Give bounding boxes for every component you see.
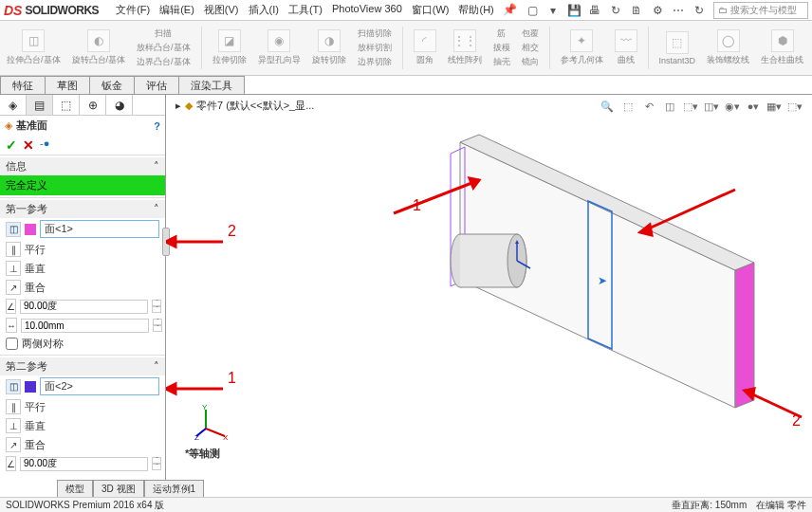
menu-help[interactable]: 帮助(H) <box>458 3 493 17</box>
search-input[interactable]: 🗀 搜索文件与模型 <box>713 2 808 19</box>
bt-motion[interactable]: 运动算例1 <box>144 480 205 499</box>
rb-cuts[interactable]: 扫描切除放样切割边界切除 <box>355 23 395 73</box>
status-mode: 在编辑 零件 <box>756 499 806 512</box>
spinner[interactable]: ˄˅ <box>153 319 162 332</box>
opt-parallel[interactable]: 平行 <box>25 400 46 414</box>
rb-revolve-cut[interactable]: ◑旋转切除 <box>309 23 349 73</box>
coincident-icon[interactable]: ↗ <box>6 280 21 295</box>
perp-icon[interactable]: ⊥ <box>6 261 21 276</box>
rb-thread[interactable]: ◯装饰螺纹线 <box>704 23 752 73</box>
rb-label: 镜向 <box>522 56 539 68</box>
print-icon[interactable]: 🖶 <box>588 4 601 17</box>
opt-parallel[interactable]: 平行 <box>25 243 46 257</box>
opt-perp[interactable]: 垂直 <box>25 262 46 276</box>
menu-file[interactable]: 文件(F) <box>116 3 150 17</box>
rb-hole-wizard[interactable]: ◉异型孔向导 <box>255 23 304 73</box>
tab-sheet-metal[interactable]: 钣金 <box>89 76 135 94</box>
distance-icon[interactable]: ↔ <box>6 318 17 333</box>
angle-icon[interactable]: ∠ <box>6 299 16 314</box>
rb-fillet[interactable]: ◜圆角 <box>411 23 439 73</box>
ref2-face-name[interactable]: 面<2> <box>40 377 159 395</box>
menu-photoview[interactable]: PhotoView 360 <box>332 3 402 17</box>
rb-label: 相交 <box>522 42 539 54</box>
collapse-icon[interactable]: ˄ <box>154 160 159 173</box>
pin-icon[interactable]: 📌 <box>504 3 517 16</box>
refresh-icon[interactable]: ↻ <box>692 4 706 17</box>
rb-extrude-boss[interactable]: ◫拉伸凸台/基体 <box>4 23 64 73</box>
spinner[interactable]: ˄˅ <box>152 457 161 470</box>
rb-curves[interactable]: 〰曲线 <box>612 23 640 73</box>
parallel-icon[interactable]: ∥ <box>6 399 21 414</box>
menu-edit[interactable]: 编辑(E) <box>159 3 194 17</box>
rb-instant3d[interactable]: ⬚Instant3D <box>656 23 699 73</box>
ref1-face-name[interactable]: 面<1> <box>40 220 159 238</box>
rebuild-icon[interactable]: ↻ <box>609 4 622 17</box>
menu-window[interactable]: 窗口(W) <box>412 3 450 17</box>
both-sides-checkbox[interactable] <box>6 338 18 350</box>
bt-model[interactable]: 模型 <box>57 480 93 499</box>
cancel-button[interactable]: ✕ <box>23 137 34 153</box>
fillet-icon: ◜ <box>414 29 436 52</box>
opt-coincident[interactable]: 重合 <box>25 438 46 452</box>
search-placeholder: 搜索文件与模型 <box>730 4 797 17</box>
pm-tab-dim[interactable]: ⊕ <box>80 95 106 115</box>
menu-insert[interactable]: 插入(I) <box>249 3 279 17</box>
angle-input-2[interactable] <box>20 457 148 471</box>
settings-icon[interactable]: ⚙ <box>651 4 664 17</box>
ref-geom-icon: ✦ <box>570 29 593 52</box>
perp-icon[interactable]: ⊥ <box>6 418 21 433</box>
view-orientation-label: *等轴测 <box>185 447 220 461</box>
hole-icon: ◉ <box>268 29 290 52</box>
collapse-icon[interactable]: ˄ <box>154 203 159 215</box>
rb-revolve-boss[interactable]: ◐旋转凸台/基体 <box>69 23 129 73</box>
opt-coincident[interactable]: 重合 <box>25 281 46 295</box>
rb-extrude-cut[interactable]: ◪拉伸切除 <box>210 23 249 73</box>
open-icon[interactable]: ▾ <box>546 4 560 17</box>
ok-button[interactable]: ✓ <box>6 137 17 153</box>
opt-perp[interactable]: 垂直 <box>25 419 46 433</box>
menu-tools[interactable]: 工具(T) <box>288 3 323 17</box>
tab-sketch[interactable]: 草图 <box>45 76 90 94</box>
rb-label: Instant3D <box>659 56 696 65</box>
combine-icon: ⬢ <box>771 29 794 52</box>
pm-title: 基准面 <box>16 119 47 133</box>
pm-tab-config[interactable]: ⬚ <box>53 95 80 115</box>
coincident-icon[interactable]: ↗ <box>6 437 21 452</box>
pm-tab-tree[interactable]: ◈ <box>0 95 27 115</box>
angle-icon[interactable]: ∠ <box>6 456 16 471</box>
rb-wrap[interactable]: 包覆相交镜向 <box>519 23 542 73</box>
options-icon[interactable]: 🗎 <box>630 4 643 17</box>
face-select-icon[interactable]: ◫ <box>6 222 21 237</box>
view-triad[interactable]: Y X Z <box>194 402 232 442</box>
rb-label: 扫描切除 <box>358 27 392 40</box>
help-icon[interactable]: ? <box>154 120 160 132</box>
face-select-icon[interactable]: ◫ <box>6 379 21 394</box>
graphics-viewport[interactable]: ▸ ◆ 零件7 (默认<<默认>_显... 🔍 ⬚ ↶ ◫ ⬚▾ ◫▾ ◉▾ ●… <box>166 95 812 489</box>
info-title: 信息 <box>6 159 27 174</box>
rb-label: 放样切割 <box>358 42 392 54</box>
rb-label: 旋转切除 <box>312 54 346 66</box>
new-icon[interactable]: ▢ <box>526 4 539 17</box>
rb-rib[interactable]: 筋拔模抽壳 <box>490 23 513 73</box>
svg-marker-18 <box>166 384 175 393</box>
parallel-icon[interactable]: ∥ <box>6 242 21 257</box>
collapse-icon[interactable]: ˄ <box>154 360 159 373</box>
save-icon[interactable]: 💾 <box>567 4 581 17</box>
distance-input[interactable] <box>21 319 149 333</box>
rb-label: 旋转凸台/基体 <box>72 54 126 66</box>
rb-ref-geom[interactable]: ✦参考几何体 <box>558 23 606 73</box>
spinner[interactable]: ˄˅ <box>152 300 161 313</box>
more-icon[interactable]: ⋯ <box>672 4 685 17</box>
pm-tab-appearance[interactable]: ◕ <box>106 95 133 115</box>
pushpin-icon[interactable]: -● <box>40 137 49 153</box>
menu-view[interactable]: 视图(V) <box>204 3 239 17</box>
rb-sweep[interactable]: 扫描放样凸台/基体边界凸台/基体 <box>134 23 194 73</box>
angle-input[interactable] <box>20 300 148 314</box>
tab-evaluate[interactable]: 评估 <box>134 76 179 94</box>
tab-features[interactable]: 特征 <box>0 76 46 94</box>
rb-combine[interactable]: ⬢生合柱曲线 <box>758 23 806 73</box>
bt-3dview[interactable]: 3D 视图 <box>93 480 144 499</box>
rb-pattern[interactable]: ⋮⋮线性阵列 <box>445 23 485 73</box>
tab-render[interactable]: 渲染工具 <box>178 76 245 94</box>
pm-tab-property[interactable]: ▤ <box>27 95 53 115</box>
